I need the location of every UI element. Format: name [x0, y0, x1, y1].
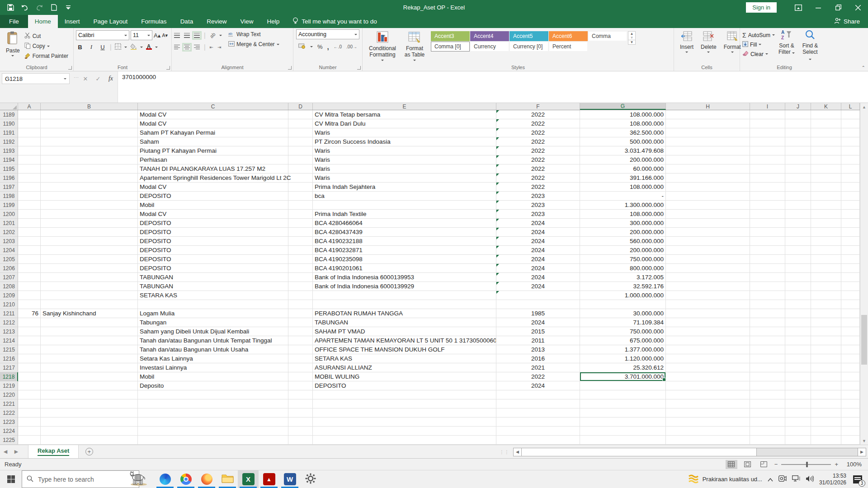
cell-J1225[interactable] [785, 436, 811, 445]
cell-F1219[interactable]: 2024 [496, 381, 580, 390]
cell-G1191[interactable]: 362.500.000 [580, 128, 666, 137]
cell-A1222[interactable] [18, 408, 41, 418]
cell-K1217[interactable] [811, 363, 841, 372]
style-preset[interactable]: Percent [549, 42, 588, 52]
cell-I1189[interactable] [750, 110, 785, 119]
cell-D1200[interactable] [288, 210, 313, 219]
font-family-select[interactable]: Calibri [76, 30, 129, 40]
gallery-more-icon[interactable]: ▼ [628, 40, 635, 44]
row-header-1192[interactable]: 1192 [0, 137, 18, 146]
sort-filter-button[interactable]: AZ Sort & Filter [775, 29, 798, 57]
cell-H1221[interactable] [666, 399, 750, 408]
cell-B1193[interactable] [41, 146, 138, 155]
cell-J1206[interactable] [785, 264, 811, 273]
cell-L1203[interactable] [841, 237, 860, 246]
cell-A1212[interactable] [18, 318, 41, 327]
cell-H1223[interactable] [666, 418, 750, 427]
cell-B1208[interactable] [41, 282, 138, 291]
cell-I1217[interactable] [750, 363, 785, 372]
cell-H1208[interactable] [666, 282, 750, 291]
cell-F1211[interactable]: 1985 [496, 309, 580, 318]
cell-K1196[interactable] [811, 174, 841, 183]
cell-F1193[interactable]: 2022 [496, 146, 580, 155]
insert-cells-button[interactable]: Insert [676, 29, 697, 55]
cell-I1205[interactable] [750, 255, 785, 264]
cell-J1205[interactable] [785, 255, 811, 264]
cell-C1223[interactable] [138, 418, 288, 427]
cell-I1214[interactable] [750, 336, 785, 345]
row-header-1193[interactable]: 1193 [0, 146, 18, 155]
number-dialog-launcher-icon[interactable] [357, 66, 361, 70]
cell-C1208[interactable]: TABUNGAN [138, 282, 288, 291]
cell-E1221[interactable] [313, 399, 496, 408]
cell-D1215[interactable] [288, 345, 313, 354]
cell-H1202[interactable] [666, 228, 750, 237]
cell-D1211[interactable] [288, 309, 313, 318]
cell-E1222[interactable] [313, 408, 496, 418]
cell-I1224[interactable] [750, 427, 785, 436]
scroll-left-icon[interactable]: ◀ [513, 448, 522, 456]
font-dialog-launcher-icon[interactable] [166, 66, 170, 70]
cell-K1200[interactable] [811, 210, 841, 219]
cell-G1223[interactable] [580, 418, 666, 427]
increase-indent-icon[interactable]: ⇥ [217, 45, 221, 50]
normal-view-icon[interactable] [726, 460, 737, 469]
cell-L1201[interactable] [841, 219, 860, 228]
cell-D1220[interactable] [288, 390, 313, 399]
cell-A1225[interactable] [18, 436, 41, 445]
cell-K1220[interactable] [811, 390, 841, 399]
cell-H1205[interactable] [666, 255, 750, 264]
cell-H1218[interactable] [666, 372, 750, 381]
taskbar-excel-button[interactable]: X [238, 470, 259, 488]
cell-B1191[interactable] [41, 128, 138, 137]
cell-G1214[interactable]: 675.000.000 [580, 336, 666, 345]
row-header-1195[interactable]: 1195 [0, 164, 18, 174]
cell-C1211[interactable]: Logam Mulia [138, 309, 288, 318]
cell-J1207[interactable] [785, 273, 811, 282]
cell-B1202[interactable] [41, 228, 138, 237]
cell-E1197[interactable]: Prima Indah Sejahtera [313, 183, 496, 192]
row-header-1209[interactable]: 1209 [0, 291, 18, 300]
column-header-G[interactable]: G [580, 103, 666, 110]
row-header-1190[interactable]: 1190 [0, 119, 18, 128]
cell-K1210[interactable] [811, 300, 841, 309]
row-header-1220[interactable]: 1220 [0, 390, 18, 399]
row-header-1204[interactable]: 1204 [0, 246, 18, 255]
cell-A1207[interactable] [18, 273, 41, 282]
cell-J1215[interactable] [785, 345, 811, 354]
cell-H1212[interactable] [666, 318, 750, 327]
cell-I1209[interactable] [750, 291, 785, 300]
cell-G1207[interactable]: 3.172.005 [580, 273, 666, 282]
cell-E1206[interactable]: BCA 4190201061 [313, 264, 496, 273]
sheet-tab-rekap-aset[interactable]: Rekap Aset [28, 445, 79, 458]
cell-F1204[interactable]: 2024 [496, 246, 580, 255]
row-header-1198[interactable]: 1198 [0, 192, 18, 201]
cell-E1210[interactable] [313, 300, 496, 309]
cell-G1210[interactable] [580, 300, 666, 309]
cell-H1201[interactable] [666, 219, 750, 228]
cell-A1215[interactable] [18, 345, 41, 354]
cell-L1193[interactable] [841, 146, 860, 155]
cell-I1200[interactable] [750, 210, 785, 219]
cell-B1199[interactable] [41, 201, 138, 210]
cell-L1210[interactable] [841, 300, 860, 309]
cell-E1207[interactable]: Bank of India Indonesia 6000139953 [313, 273, 496, 282]
cell-I1202[interactable] [750, 228, 785, 237]
clear-button[interactable]: Clear [742, 49, 775, 59]
zoom-thumb[interactable] [806, 462, 808, 467]
row-header-1197[interactable]: 1197 [0, 183, 18, 192]
cell-H1199[interactable] [666, 201, 750, 210]
column-header-F[interactable]: F [496, 103, 580, 110]
vertical-scrollbar[interactable]: ▲ ▼ [860, 103, 868, 445]
cell-G1201[interactable]: 300.000.000 [580, 219, 666, 228]
cell-A1197[interactable] [18, 183, 41, 192]
cell-G1199[interactable]: 1.300.000.000 [580, 201, 666, 210]
cell-J1196[interactable] [785, 174, 811, 183]
cell-F1198[interactable]: 2023 [496, 192, 580, 201]
cell-F1221[interactable] [496, 399, 580, 408]
find-select-button[interactable]: Find & Select [798, 29, 822, 63]
cell-I1201[interactable] [750, 219, 785, 228]
cell-B1220[interactable] [41, 390, 138, 399]
cell-B1206[interactable] [41, 264, 138, 273]
cell-H1207[interactable] [666, 273, 750, 282]
